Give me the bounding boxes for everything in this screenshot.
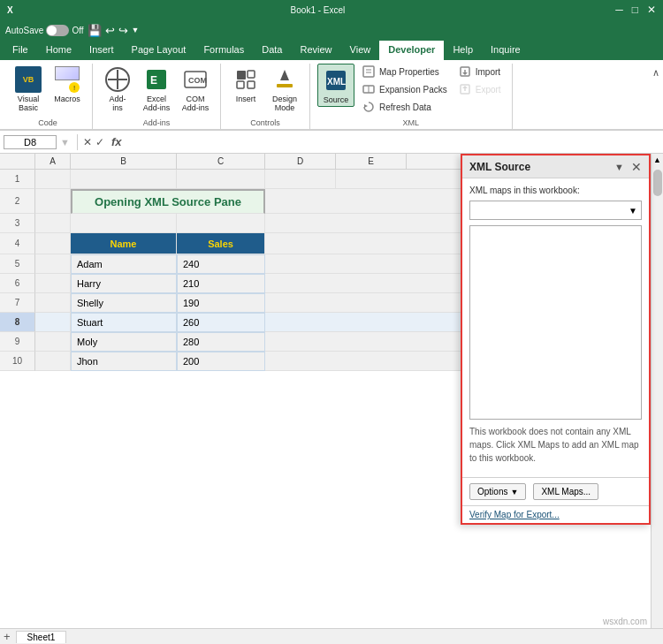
tab-developer[interactable]: Developer	[379, 41, 444, 60]
formula-bar-divider	[77, 134, 78, 150]
fx-icon[interactable]: fx	[111, 135, 122, 148]
cell-A2[interactable]	[35, 189, 71, 214]
cell-B3[interactable]	[71, 214, 177, 233]
refresh-data-button[interactable]: Refresh Data	[358, 99, 451, 115]
cell-C9[interactable]: 280	[177, 332, 265, 352]
formula-input[interactable]	[126, 137, 659, 148]
tab-inquire[interactable]: Inquire	[482, 41, 530, 60]
cell-B7[interactable]: Shelly	[71, 293, 177, 313]
sheet-tab-1[interactable]: Sheet1	[16, 631, 67, 643]
xml-maps-dropdown[interactable]: ▼	[469, 201, 642, 220]
visual-basic-button[interactable]: VB VisualBasic	[11, 64, 46, 114]
verify-map-link[interactable]: Verify Map for Export...	[462, 505, 649, 523]
col-head-A[interactable]: A	[35, 154, 71, 170]
cell-B10[interactable]: Jhon	[71, 352, 177, 371]
tab-file[interactable]: File	[4, 41, 37, 60]
col-head-C[interactable]: C	[177, 154, 265, 170]
tab-review[interactable]: Review	[291, 41, 340, 60]
cell-C5[interactable]: 240	[177, 254, 265, 274]
cell-A10[interactable]	[35, 352, 71, 371]
map-properties-label: Map Properties	[379, 67, 439, 77]
cell-B2-title[interactable]: Opening XML Source Pane	[71, 189, 265, 214]
options-button[interactable]: Options ▼	[469, 483, 526, 500]
import-button[interactable]: Import	[454, 64, 505, 80]
minimize-btn[interactable]: ─	[615, 4, 623, 16]
cell-A9[interactable]	[35, 332, 71, 352]
addins-label: Add-ins	[109, 95, 126, 112]
cell-C1[interactable]	[177, 170, 265, 189]
cell-C4-header[interactable]: Sales	[177, 233, 265, 254]
cell-A8[interactable]	[35, 313, 71, 332]
addins-button[interactable]: Add-ins	[100, 64, 135, 114]
cell-A6[interactable]	[35, 274, 71, 293]
expansion-packs-button[interactable]: Expansion Packs	[358, 81, 451, 97]
svg-rect-11	[277, 84, 293, 87]
cell-A4[interactable]	[35, 233, 71, 254]
cell-B5[interactable]: Adam	[71, 254, 177, 274]
row-num-10: 10	[0, 352, 35, 371]
col-head-E[interactable]: E	[336, 154, 407, 170]
confirm-icon[interactable]: ✓	[95, 136, 104, 148]
tab-data[interactable]: Data	[253, 41, 291, 60]
xml-pane-footer: Options ▼ XML Maps...	[462, 477, 649, 505]
xml-pane-close-btn[interactable]: ✕	[631, 160, 642, 174]
com-addins-button[interactable]: COM COMAdd-ins	[178, 64, 213, 114]
maximize-btn[interactable]: □	[632, 4, 638, 16]
tab-insert[interactable]: Insert	[80, 41, 123, 60]
name-box-arrow[interactable]: ▼	[60, 137, 70, 148]
cancel-icon[interactable]: ✕	[83, 136, 92, 148]
tab-help[interactable]: Help	[444, 41, 482, 60]
undo-icon[interactable]: ↩	[105, 24, 115, 37]
vertical-scrollbar[interactable]: ▲	[651, 154, 663, 628]
dropdown-arrow-qa[interactable]: ▼	[132, 26, 140, 34]
autosave-toggle[interactable]: AutoSave Off	[5, 25, 84, 36]
cell-A3[interactable]	[35, 214, 71, 233]
macros-button[interactable]: ! Macros	[50, 64, 85, 105]
cell-A5[interactable]	[35, 254, 71, 274]
cell-A7[interactable]	[35, 293, 71, 313]
col-head-D[interactable]: D	[265, 154, 336, 170]
tab-view[interactable]: View	[341, 41, 380, 60]
cell-C7[interactable]: 190	[177, 293, 265, 313]
xml-pane-menu-btn[interactable]: ▼	[614, 162, 624, 172]
cell-B9[interactable]: Moly	[71, 332, 177, 352]
name-box[interactable]	[4, 135, 57, 149]
cell-C10[interactable]: 200	[177, 352, 265, 371]
cell-B6[interactable]: Harry	[71, 274, 177, 293]
tab-home[interactable]: Home	[37, 41, 80, 60]
xml-group-label: XML	[403, 117, 420, 127]
cell-B1[interactable]	[71, 170, 177, 189]
map-properties-button[interactable]: Map Properties	[358, 64, 451, 80]
add-sheet-btn[interactable]: +	[4, 630, 11, 643]
insert-button[interactable]: Insert	[228, 64, 263, 105]
autosave-switch[interactable]	[46, 25, 69, 36]
cell-C8[interactable]: 260	[177, 313, 265, 332]
tab-formulas[interactable]: Formulas	[194, 41, 253, 60]
svg-marker-26	[462, 86, 468, 88]
save-icon[interactable]: 💾	[88, 24, 102, 37]
cell-B8[interactable]: Stuart	[71, 313, 177, 332]
cell-D1[interactable]	[265, 170, 336, 189]
cell-A1[interactable]	[35, 170, 71, 189]
cell-C6[interactable]: 210	[177, 274, 265, 293]
col-head-B[interactable]: B	[71, 154, 177, 170]
cell-B4-header[interactable]: Name	[71, 233, 177, 254]
cell-C3[interactable]	[177, 214, 265, 233]
xml-maps-button[interactable]: XML Maps...	[533, 483, 598, 500]
scroll-up-btn[interactable]: ▲	[652, 154, 663, 166]
controls-group-label: Controls	[250, 117, 280, 127]
tab-pagelayout[interactable]: Page Layout	[123, 41, 195, 60]
data-200: 200	[183, 356, 199, 367]
design-mode-button[interactable]: DesignMode	[267, 64, 302, 114]
export-button[interactable]: Export	[454, 81, 505, 97]
close-btn[interactable]: ✕	[647, 4, 656, 16]
macros-label: Macros	[54, 95, 80, 103]
row-num-2: 2	[0, 189, 35, 214]
xml-list-box[interactable]	[469, 225, 642, 420]
ribbon-collapse-btn[interactable]: ∧	[649, 64, 663, 82]
source-button[interactable]: XML Source	[317, 64, 354, 107]
svg-marker-20	[364, 104, 368, 108]
excel-addins-button[interactable]: E ExcelAdd-ins	[139, 64, 174, 114]
scroll-thumb[interactable]	[653, 170, 662, 196]
redo-icon[interactable]: ↪	[118, 24, 128, 37]
